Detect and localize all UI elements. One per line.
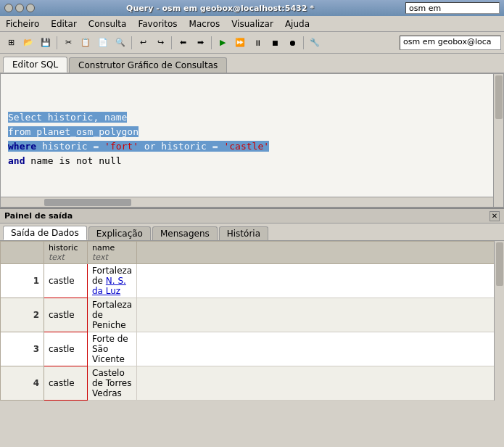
toolbar-btn-10[interactable]: ⬅ <box>175 35 191 51</box>
run-button[interactable]: ▶ <box>215 35 231 51</box>
output-title: Painel de saída <box>4 211 73 221</box>
toolbar-sep-4 <box>211 36 212 49</box>
sql-content: Select historic, name from planet_osm_po… <box>1 74 503 176</box>
menu-ajuda[interactable]: Ajuda <box>279 17 315 30</box>
cell-empty <box>137 264 504 298</box>
tab-saida-dados[interactable]: Saída de Dados <box>3 226 87 240</box>
toolbar-btn-7[interactable]: 🔍 <box>112 35 128 51</box>
cell-empty <box>137 332 504 366</box>
cell-historic: castle <box>44 401 88 401</box>
menu-ficheiro[interactable]: Ficheiro <box>0 17 45 30</box>
tab-mensagens[interactable]: Mensagens <box>152 226 218 240</box>
toolbar-btn-5[interactable]: 📋 <box>78 35 94 51</box>
editor-scroll-thumb-h <box>44 199 131 206</box>
row-number: 1 <box>1 264 44 298</box>
output-close-button[interactable]: ✕ <box>489 211 500 221</box>
toolbar-btn-16[interactable]: ⏺ <box>284 35 300 51</box>
titlebar: Query - osm em geobox@localhost:5432 * o… <box>0 0 504 16</box>
cell-name: Palácio Nacional de Belém <box>88 401 137 401</box>
table-row: 3castleForte de São Vicente <box>1 332 504 366</box>
editor-scrollbar-h[interactable] <box>1 197 493 207</box>
col-header-historic: historic text <box>44 242 88 264</box>
row-number: 2 <box>1 298 44 332</box>
tab-editor-sql[interactable]: Editor SQL <box>3 57 67 73</box>
row-number: 4 <box>1 366 44 401</box>
editor-scrollbar-v[interactable] <box>493 74 503 207</box>
output-header: Painel de saída ✕ <box>0 209 504 224</box>
cell-historic: castle <box>44 264 88 298</box>
window-controls[interactable] <box>4 4 35 12</box>
tab-historia[interactable]: História <box>219 226 268 240</box>
table-row: 2castleFortaleza de Peniche <box>1 298 504 332</box>
toolbar-sep-3 <box>171 36 172 49</box>
toolbar-sep-1 <box>57 36 57 49</box>
toolbar-sep-5 <box>303 36 304 49</box>
cell-name: Forte de São Vicente <box>88 332 137 366</box>
table-row: 4castleCastelo de Torres Vedras <box>1 366 504 401</box>
toolbar-btn-4[interactable]: ✂ <box>60 35 76 51</box>
cell-name: Castelo de Torres Vedras <box>88 366 137 401</box>
toolbar-btn-6[interactable]: 📄 <box>95 35 111 51</box>
table-row: 1castleFortaleza de N. S. da Luz <box>1 264 504 298</box>
toolbar-btn-2[interactable]: 📂 <box>20 35 36 51</box>
cell-empty <box>137 298 504 332</box>
menubar: Ficheiro Editar Consulta Favoritos Macro… <box>0 16 504 32</box>
cell-historic: castle <box>44 366 88 401</box>
toolbar: ⊞ 📂 💾 ✂ 📋 📄 🔍 ↩ ↪ ⬅ ➡ ▶ ⏩ ⏸ ⏹ ⏺ 🔧 osm em… <box>0 32 504 54</box>
sql-select-kw: Select historic, name <box>8 112 127 123</box>
window-title: Query - osm em geobox@localhost:5432 * <box>38 4 402 13</box>
editor-scroll-thumb-v <box>495 75 503 119</box>
tab-editor-visual[interactable]: Construtor Gráfico de Consultas <box>69 57 227 73</box>
toolbar-btn-17[interactable]: 🔧 <box>307 35 323 51</box>
table-scrollbar-v[interactable] <box>494 241 504 401</box>
col-header-extra <box>137 242 504 264</box>
close-btn[interactable] <box>4 4 13 12</box>
table-row: 5castlePalácio Nacional de Belém <box>1 401 504 401</box>
menu-editar[interactable]: Editar <box>45 17 83 30</box>
data-table-wrapper: historic text name text 1castleFortaleza… <box>0 241 504 401</box>
toolbar-btn-8[interactable]: ↩ <box>135 35 151 51</box>
editor-tabs: Editor SQL Construtor Gráfico de Consult… <box>0 54 504 73</box>
col-header-num <box>1 242 44 264</box>
cell-name: Fortaleza de Peniche <box>88 298 137 332</box>
cell-name: Fortaleza de N. S. da Luz <box>88 264 137 298</box>
db-connection-label: osm em geobox@loca <box>405 2 500 14</box>
menu-favoritos[interactable]: Favoritos <box>132 17 183 30</box>
toolbar-db-connection: osm em geobox@loca <box>400 36 501 50</box>
row-number: 3 <box>1 332 44 366</box>
sql-and-line: and name is not null <box>8 155 122 166</box>
toolbar-btn-15[interactable]: ⏹ <box>267 35 283 51</box>
cell-empty <box>137 401 504 401</box>
menu-consulta[interactable]: Consulta <box>83 17 133 30</box>
row-number: 5 <box>1 401 44 401</box>
toolbar-btn-3[interactable]: 💾 <box>38 35 54 51</box>
toolbar-btn-13[interactable]: ⏩ <box>232 35 248 51</box>
sql-from-line: from planet_osm_polygon <box>8 126 139 137</box>
toolbar-sep-2 <box>131 36 132 49</box>
sql-where-line: where historic = 'fort' or historic = 'c… <box>8 141 269 152</box>
menu-visualizar[interactable]: Visualizar <box>226 17 279 30</box>
data-table: historic text name text 1castleFortaleza… <box>0 241 504 401</box>
col-header-name: name text <box>88 242 137 264</box>
output-panel: Painel de saída ✕ Saída de Dados Explica… <box>0 208 504 447</box>
tab-explicacao[interactable]: Explicação <box>88 226 151 240</box>
name-link[interactable]: N. S. da Luz <box>92 276 126 296</box>
toolbar-btn-1[interactable]: ⊞ <box>3 35 19 51</box>
main-layout: Editor SQL Construtor Gráfico de Consult… <box>0 54 504 447</box>
cell-historic: castle <box>44 298 88 332</box>
sql-editor[interactable]: Select historic, name from planet_osm_po… <box>0 73 504 208</box>
table-scroll-thumb-v <box>496 242 503 286</box>
cell-historic: castle <box>44 332 88 366</box>
toolbar-btn-9[interactable]: ↪ <box>152 35 168 51</box>
minimize-btn[interactable] <box>15 4 24 12</box>
menu-macros[interactable]: Macros <box>183 17 226 30</box>
toolbar-btn-14[interactable]: ⏸ <box>249 35 265 51</box>
output-tabs: Saída de Dados Explicação Mensagens Hist… <box>0 224 504 241</box>
toolbar-btn-11[interactable]: ➡ <box>192 35 208 51</box>
cell-empty <box>137 366 504 401</box>
maximize-btn[interactable] <box>26 4 35 12</box>
